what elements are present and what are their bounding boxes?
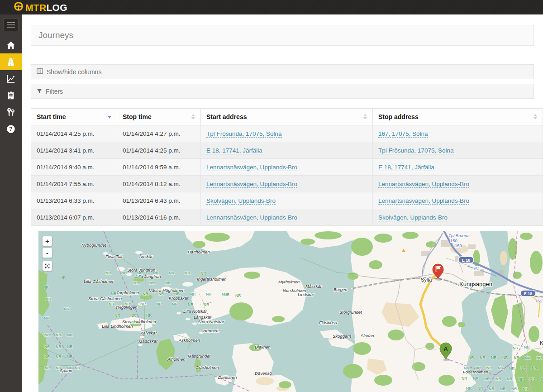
map-label: 150	[450, 238, 457, 243]
column-header-stop-time[interactable]: Stop time	[117, 109, 201, 125]
map-label: NR	[64, 307, 69, 311]
map-label: NR	[44, 344, 50, 349]
map-label: NR	[46, 297, 51, 301]
stop-time-cell: 01/13/2014 6:43 p.m.	[117, 192, 201, 209]
journey-row: 01/14/2014 4:25 p.m.01/14/2014 4:27 p.m.…	[31, 125, 543, 142]
map-label: NR	[525, 356, 530, 360]
road-icon	[6, 57, 16, 67]
column-label: Stop address	[378, 113, 419, 120]
start-address-link[interactable]: Lennartsnäsvägen, Upplands-Bro	[206, 181, 297, 188]
stop-address-link[interactable]: E 18, 17741, Järfälla	[378, 164, 434, 171]
start-address-link[interactable]: Lennartsnäsvägen, Upplands-Bro	[206, 164, 297, 171]
column-label: Start address	[206, 113, 247, 120]
map-label: Askholmen	[178, 338, 200, 343]
map-canvas[interactable]: NRNRNRNRNRNRNRNRNRNRNRNRNRNRNRNRNRNRNRNR…	[38, 231, 543, 392]
map-label: 152	[535, 298, 543, 303]
sidebar-toggle-button[interactable]	[3, 19, 19, 31]
brand-logo[interactable]: MTRLOG	[14, 1, 67, 13]
map-label: NR	[169, 271, 174, 275]
start-time-cell: 01/14/2014 7:55 a.m.	[31, 176, 117, 192]
map-label: Måsgrundet	[188, 354, 211, 359]
stop-time-cell: 01/14/2014 4:27 p.m.	[117, 125, 201, 142]
start-time-cell: 01/13/2014 6:07 p.m.	[31, 209, 117, 226]
map-label: NR	[473, 376, 478, 381]
start-address-link[interactable]: Lennartsnäsvägen, Upplands-Bro	[206, 214, 297, 221]
sidebar-item-reports[interactable]	[0, 87, 22, 104]
home-icon	[6, 40, 16, 50]
stop-address-link[interactable]: 167, 17075, Solna	[378, 130, 428, 138]
journey-map[interactable]: NRNRNRNRNRNRNRNRNRNRNRNRNRNRNRNRNRNRNRNR…	[38, 231, 543, 392]
map-label: NR	[489, 387, 494, 391]
column-header-stop-address[interactable]: Stop address	[373, 109, 543, 125]
start-address-link[interactable]: E 18, 17741, Järfälla	[206, 147, 262, 154]
sidebar-item-statistics[interactable]	[0, 70, 22, 87]
help-icon: ?	[6, 124, 16, 134]
map-label: NR	[206, 292, 211, 296]
stop-address-link[interactable]: Tpl Frösunda, 17075, Solna	[378, 147, 454, 154]
start-address-cell: Tpl Frösunda, 17075, Solna	[201, 125, 373, 142]
start-address-link[interactable]: Skolvägen, Upplands-Bro	[206, 197, 276, 205]
map-label: Stora Notskär	[198, 319, 224, 324]
start-address-link[interactable]: Tpl Frösunda, 17075, Solna	[206, 130, 282, 138]
map-label: Lilla Jungfrun	[135, 274, 161, 279]
map-label: NR	[541, 377, 543, 382]
sidebar-nav: ?	[0, 37, 22, 137]
brand-name: MTRLOG	[25, 3, 67, 12]
show-hide-columns-label: Show/hide columns	[47, 68, 101, 76]
show-hide-columns-bar[interactable]: Show/hide columns	[31, 64, 534, 79]
map-label: NR	[523, 387, 528, 392]
filters-label: Filters	[46, 88, 63, 95]
sidebar-item-help[interactable]: ?	[0, 120, 22, 137]
stop-address-link[interactable]: Lennartsnäsvägen, Upplands-Bro	[378, 197, 469, 205]
journeys-table-header-row: Start timeStop timeStart addressStop add…	[31, 109, 543, 125]
sidebar-item-keys[interactable]	[0, 104, 22, 120]
map-label: Kroppskär	[169, 296, 189, 301]
map-label: NR	[56, 354, 61, 359]
column-header-start-time[interactable]: Start time	[31, 109, 117, 125]
map-label: Foderholmen	[463, 369, 488, 374]
map-label: Torpholmen	[116, 290, 139, 295]
fit-bounds-button[interactable]	[42, 261, 52, 271]
map-label: NR	[67, 354, 72, 359]
map-label: NR	[495, 377, 501, 381]
start-address-cell: Lennartsnäsvägen, Upplands-Bro	[201, 159, 373, 176]
map-label: NR	[466, 386, 472, 391]
map-label: Ingefärsholmen	[197, 277, 226, 282]
map-label: 151	[473, 266, 480, 271]
filters-bar[interactable]: Filters	[31, 84, 534, 99]
start-time-cell: 01/14/2014 3:41 p.m.	[31, 142, 117, 159]
stop-address-cell: Skolvägen, Upplands-Bro	[373, 209, 543, 226]
map-label: Lilla Gåsholmen	[84, 279, 114, 284]
map-label: Kalvskär	[140, 330, 157, 335]
start-time-cell: 01/13/2014 6:33 p.m.	[31, 192, 117, 209]
map-label: NR	[133, 281, 139, 285]
map-label: NR	[143, 292, 148, 296]
start-address-cell: Skolvägen, Upplands-Bro	[201, 192, 373, 209]
map-label: NR	[491, 355, 496, 360]
stop-address-link[interactable]: Lennartsnäsvägen, Upplands-Bro	[378, 181, 469, 188]
sidebar-item-home[interactable]	[0, 37, 22, 53]
map-label: NR	[44, 333, 50, 337]
map-label: Dansaren	[218, 375, 237, 380]
stop-time-cell: 01/13/2014 6:16 p.m.	[117, 209, 201, 226]
main-content: Journeys Show/hide columns Filters Start…	[22, 14, 543, 392]
stop-address-link[interactable]: Skolvägen, Upplands-Bro	[378, 214, 448, 221]
fit-bounds-icon	[44, 263, 50, 269]
map-label: Borgen	[333, 287, 348, 292]
map-label: Tpl Brunna	[448, 233, 469, 238]
sidebar-item-journeys[interactable]	[0, 53, 22, 70]
column-header-start-address[interactable]: Start address	[201, 109, 373, 125]
map-label: Slodan	[361, 333, 374, 338]
map-label: NR	[524, 345, 529, 349]
map-label: NR	[498, 366, 503, 370]
svg-text:E 18: E 18	[524, 292, 533, 296]
map-label: NR	[114, 313, 120, 318]
page-title-panel: Journeys	[31, 25, 534, 46]
start-time-cell: 01/14/2014 4:25 p.m.	[31, 125, 117, 142]
map-label: Alholmen	[167, 357, 186, 362]
column-label: Stop time	[123, 113, 152, 120]
map-label: Flisa Tall	[105, 254, 123, 259]
map-label: Stora Jungfrun	[127, 268, 155, 272]
zoom-in-button[interactable]: +	[42, 236, 52, 246]
zoom-out-button[interactable]: -	[42, 248, 52, 258]
